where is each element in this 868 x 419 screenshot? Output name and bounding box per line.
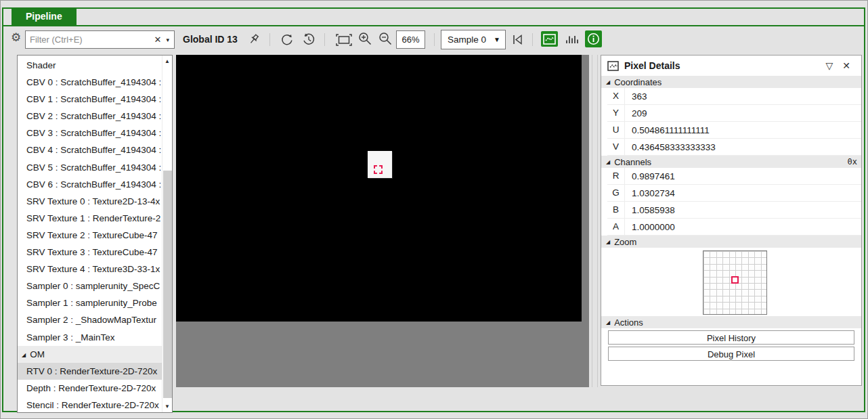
panel-title: Pixel Details [624,60,821,71]
zoom-in-icon[interactable] [357,31,373,47]
section-channels[interactable]: ◢ Channels 0x [601,156,861,168]
app-window: Pipeline ⚙ ✕ ▾ Global ID 13 [0,0,868,419]
channel-row-a: A1.0000000 [607,219,861,236]
picked-pixel-marker [374,165,383,174]
scrollbar-thumb[interactable] [163,171,172,398]
filter-dropdown-icon[interactable]: ▾ [166,37,174,43]
sample-dropdown[interactable]: Sample 0 ▼ [441,30,506,49]
refresh-icon[interactable] [280,32,295,47]
pipeline-resource-list: Shader CBV 0 : ScratchBuffer_4194304 : C… [17,55,173,413]
list-section-om[interactable]: ◢OM [18,346,162,363]
tabstrip-separator [2,25,865,26]
list-item[interactable]: CBV 1 : ScratchBuffer_4194304 : [18,91,162,108]
list-item[interactable]: Depth : RenderTexture-2D-720x [18,380,162,397]
zoom-level-group [396,30,425,49]
coord-row-y: Y209 [607,105,861,122]
gear-icon[interactable]: ⚙ [11,32,21,43]
list-item[interactable]: CBV 5 : ScratchBuffer_4194304 : [18,159,162,176]
list-item[interactable]: CBV 0 : ScratchBuffer_4194304 : [18,74,162,91]
zoom-level-input[interactable] [397,31,425,48]
list-item[interactable]: Sampler 2 : _ShadowMapTextur [18,311,162,328]
channels-hex-toggle[interactable]: 0x [848,157,857,167]
histogram-icon[interactable] [564,32,580,45]
zoom-picked-pixel-marker [731,276,739,284]
toolbar-separator [324,33,325,46]
texture-preview-canvas[interactable] [176,55,589,387]
filter-input-group: ✕ ▾ [25,30,175,49]
fit-frame-icon[interactable] [335,33,353,47]
list-item[interactable]: Sampler 0 : samplerunity_SpecC [18,278,162,294]
chevron-down-icon: ▼ [494,36,505,43]
zoom-preview [601,248,861,313]
list-item[interactable]: Sampler 3 : _MainTex [18,329,162,346]
list-item[interactable]: CBV 3 : ScratchBuffer_4194304 : [18,125,162,141]
section-zoom[interactable]: ◢ Zoom [601,236,861,248]
toolbar-separator [434,33,435,46]
list-item[interactable]: Sampler 1 : samplerunity_Probe [18,294,162,311]
coord-row-u: U0.504861111111111 [607,122,861,139]
list-item[interactable]: CBV 4 : ScratchBuffer_4194304 : [18,141,162,158]
sample-dropdown-value: Sample 0 [441,35,494,45]
expander-icon: ◢ [606,79,610,85]
minimize-panel-icon[interactable]: ▽ [821,60,838,71]
zoom-pixel-grid[interactable] [703,250,767,315]
rendered-sprite [368,151,392,178]
list-item[interactable]: CBV 2 : ScratchBuffer_4194304 : [18,108,162,125]
toolbar-separator [532,33,533,46]
coord-row-x: X363 [607,88,861,105]
expander-icon: ◢ [606,239,610,245]
list-item[interactable]: SRV Texture 0 : Texture2D-13-4x [18,193,162,210]
clear-filter-icon[interactable]: ✕ [153,35,167,45]
filter-input[interactable] [26,35,153,45]
pixel-details-panel: Pixel Details ▽ ✕ ◢ Coordinates X363 Y20… [601,55,862,386]
pixel-context-info-icon[interactable] [585,30,602,47]
skip-to-start-icon[interactable] [511,33,524,46]
scroll-down-icon[interactable]: ▼ [162,403,172,410]
list-item[interactable]: SRV Texture 2 : TextureCube-47 [18,227,162,244]
section-actions[interactable]: ◢ Actions [601,316,861,328]
coord-row-v: V0.436458333333333 [607,139,861,156]
list-item[interactable]: SRV Texture 1 : RenderTexture-2 [18,210,162,227]
list-item-selected[interactable]: RTV 0 : RenderTexture-2D-720x [18,363,162,380]
history-icon[interactable] [301,32,316,47]
expander-icon: ◢ [606,159,610,165]
list-item[interactable]: Shader [18,57,162,74]
list-scrollbar[interactable]: ▲ ▼ [162,56,172,412]
expander-icon: ◢ [606,319,610,326]
list-item[interactable]: CBV 6 : ScratchBuffer_4194304 : [18,176,162,193]
tab-pipeline[interactable]: Pipeline [12,7,77,25]
pin-icon[interactable] [247,32,261,46]
section-coordinates[interactable]: ◢ Coordinates [601,76,861,88]
list-item[interactable]: SRV Texture 4 : Texture3D-33-1x [18,261,162,278]
texture-viewer-icon[interactable] [541,31,558,47]
debug-pixel-button[interactable]: Debug Pixel [608,347,854,361]
pixel-details-icon [607,61,619,71]
channel-row-g: G1.0302734 [607,185,861,202]
pixel-details-header: Pixel Details ▽ ✕ [601,56,861,76]
expander-icon: ◢ [22,352,26,358]
zoom-out-icon[interactable] [378,31,393,47]
toolbar-separator [269,33,270,46]
list-item[interactable]: SRV Texture 3 : TextureCube-47 [18,244,162,261]
render-target-image[interactable] [176,55,582,322]
channel-row-b: B1.0585938 [607,202,861,219]
close-panel-icon[interactable]: ✕ [838,60,855,71]
global-id-label: Global ID 13 [183,34,238,45]
pixel-history-button[interactable]: Pixel History [608,330,854,345]
panel-splitter[interactable] [592,55,598,387]
channel-row-r: R0.9897461 [607,168,861,185]
scroll-up-icon[interactable]: ▲ [162,58,172,64]
list-item[interactable]: Stencil : RenderTexture-2D-720x [18,397,162,413]
